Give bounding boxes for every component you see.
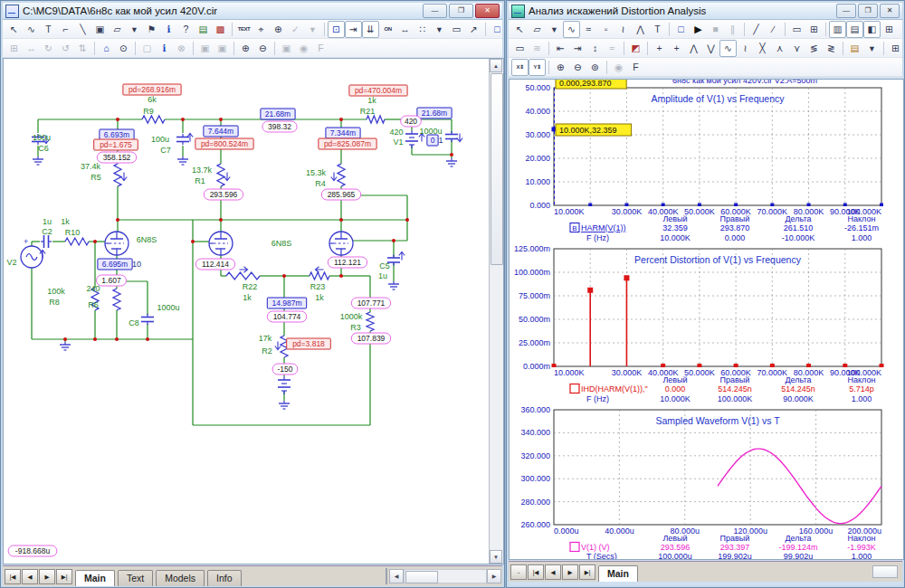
- tab-nav-button[interactable]: ◀: [22, 569, 38, 584]
- info-mode-icon[interactable]: ℹ: [160, 21, 177, 38]
- wave-select-icon[interactable]: ≈: [580, 21, 597, 38]
- node-numbers-toggle-icon[interactable]: ⌖: [252, 21, 270, 38]
- ortho-wire-icon[interactable]: ⌐: [57, 21, 74, 38]
- grid-dropdown-icon[interactable]: ▾: [431, 21, 448, 38]
- scroll-down-button[interactable]: ▼: [490, 550, 502, 564]
- splitter[interactable]: [386, 568, 387, 584]
- power-display-icon[interactable]: ⇊: [362, 21, 379, 38]
- zoom-window-icon[interactable]: ⊚: [586, 59, 604, 76]
- maximize-button[interactable]: ❐: [449, 4, 473, 18]
- scroll-right-button[interactable]: ▶: [487, 569, 501, 583]
- dashed-line-tool-icon[interactable]: ∕: [765, 21, 782, 38]
- vertical-scrollbar[interactable]: ▲ ▼: [489, 59, 503, 564]
- panel-icon[interactable]: ▭: [511, 40, 529, 57]
- tab-nav-button[interactable]: -: [510, 564, 527, 580]
- tab-main[interactable]: Main: [75, 570, 115, 586]
- cursor-left-icon[interactable]: ⇤: [552, 40, 569, 57]
- copy-page-icon[interactable]: ▤: [195, 21, 212, 38]
- browser-icon[interactable]: ◉: [295, 40, 312, 57]
- shape-mode-icon[interactable]: ▣: [91, 21, 109, 38]
- line-tool-icon[interactable]: ╱: [748, 21, 765, 38]
- zoom-out-icon[interactable]: ⊖: [254, 40, 272, 57]
- min-icon[interactable]: ≶: [805, 40, 823, 57]
- tab-nav-button[interactable]: |◀: [528, 564, 544, 580]
- current-display-icon[interactable]: ⇥: [345, 21, 362, 38]
- analysis-titlebar[interactable]: Анализ искажений Distortion Analysis — ❐…: [509, 3, 902, 20]
- y-axis-settings-icon[interactable]: Y⇕: [529, 59, 546, 76]
- rotate-icon[interactable]: ↻: [40, 40, 57, 57]
- crosshair-right-icon[interactable]: +: [668, 40, 685, 57]
- pin-markers-toggle-icon[interactable]: ✓: [287, 21, 304, 38]
- go-to-low-icon[interactable]: ⋎: [788, 40, 805, 57]
- horizontal-scroll-thumb[interactable]: [405, 571, 438, 583]
- select-box-icon[interactable]: ▭: [788, 21, 805, 38]
- scroll-up-button[interactable]: ▲: [490, 59, 502, 72]
- horizontal-scroll-track[interactable]: [404, 569, 487, 583]
- crosshair-left-icon[interactable]: +: [651, 40, 668, 57]
- color-menu-icon[interactable]: ▤: [846, 40, 863, 57]
- horizontal-scrollbar[interactable]: ◀▶: [389, 568, 501, 583]
- cursor-mode-icon[interactable]: ∿: [563, 21, 580, 38]
- go-to-valley-icon[interactable]: ⋁: [702, 40, 719, 57]
- tab-text[interactable]: Text: [118, 570, 153, 586]
- component-icon[interactable]: ▱: [529, 21, 546, 38]
- node-voltages-toggle-icon[interactable]: ⊕: [270, 21, 287, 38]
- point-tag-icon[interactable]: ≀: [614, 21, 632, 38]
- info-circle-icon[interactable]: ℹ: [156, 40, 173, 57]
- text-mode-icon[interactable]: T: [40, 21, 57, 38]
- component-dropdown-icon[interactable]: ▾: [546, 21, 563, 38]
- component-dropdown-icon[interactable]: ▾: [126, 21, 143, 38]
- text-display-toggle-icon[interactable]: TEXT: [235, 21, 252, 38]
- horizontal-scroll-thumb[interactable]: [872, 565, 898, 578]
- tab-info[interactable]: Info: [207, 570, 242, 586]
- maximize-button[interactable]: ❐: [858, 4, 878, 18]
- flip-icon[interactable]: ⇅: [74, 40, 91, 57]
- help-mode-icon[interactable]: ?: [177, 21, 195, 38]
- step-icon[interactable]: ↔: [23, 40, 40, 57]
- analysis-plot-area[interactable]: 50.00040.00030.00020.00010.0000.00010.00…: [509, 79, 904, 560]
- tab-nav-button[interactable]: ▶: [39, 569, 55, 584]
- border-toggle-icon[interactable]: ▭: [448, 21, 465, 38]
- max-icon[interactable]: ≷: [823, 40, 840, 57]
- minimize-button[interactable]: —: [423, 4, 447, 18]
- zoom-in-icon[interactable]: ⊕: [552, 59, 569, 76]
- select-mode-icon[interactable]: ↖: [511, 21, 529, 38]
- box-tool-icon[interactable]: ▣: [278, 40, 295, 57]
- zoom-in-icon[interactable]: ⊕: [237, 40, 254, 57]
- numeric-output-icon[interactable]: ⊞: [887, 40, 904, 57]
- tab-nav-button[interactable]: ▶|: [56, 569, 72, 584]
- wave-cursor-icon[interactable]: ∿: [719, 40, 737, 57]
- tab-nav-button[interactable]: |◀: [5, 569, 21, 584]
- rotate-ccw-icon[interactable]: ↺: [57, 40, 74, 57]
- pause-button[interactable]: ∥: [724, 21, 741, 38]
- color-swatch-icon[interactable]: ▩: [212, 21, 229, 38]
- smooth-icon[interactable]: ≋: [529, 40, 546, 57]
- tab-nav-button[interactable]: ◀: [545, 564, 561, 580]
- font-icon[interactable]: F: [627, 59, 644, 76]
- bring-front-icon[interactable]: ▣: [196, 40, 214, 57]
- find-part-icon[interactable]: ⌂: [98, 40, 115, 57]
- scale-mode-icon[interactable]: ▫: [597, 21, 614, 38]
- zoom-out-icon[interactable]: ⊖: [569, 59, 586, 76]
- pan-icon[interactable]: ⊞: [5, 40, 23, 57]
- condition-display-icon[interactable]: ON: [379, 21, 396, 38]
- font-icon[interactable]: F: [312, 40, 329, 57]
- properties-icon[interactable]: □: [489, 21, 506, 38]
- window-icon[interactable]: ▢: [138, 40, 156, 57]
- panel-left-icon[interactable]: ◧: [863, 21, 881, 38]
- panel-grid-icon[interactable]: ⊞: [881, 21, 898, 38]
- browser-icon[interactable]: ◉: [610, 59, 627, 76]
- text-mode-icon[interactable]: T: [649, 21, 666, 38]
- tab-models[interactable]: Models: [156, 570, 205, 586]
- flag-mode-icon[interactable]: ⚑: [143, 21, 160, 38]
- properties-icon[interactable]: □: [672, 21, 690, 38]
- run-button[interactable]: ▶: [690, 21, 707, 38]
- search-icon[interactable]: ⊙: [115, 40, 132, 57]
- peak-tag-icon[interactable]: ⋀: [632, 21, 649, 38]
- component-mode-icon[interactable]: ▱: [109, 21, 126, 38]
- cursor-tool-icon[interactable]: ↗: [465, 21, 482, 38]
- schematic-titlebar[interactable]: C:\MC9\DATA\6н8с как мой усил 420V.cir —…: [3, 3, 502, 20]
- wire-mode-icon[interactable]: ∿: [23, 21, 40, 38]
- go-to-high-icon[interactable]: ⋏: [771, 40, 788, 57]
- panel-horizontal-icon[interactable]: ▤: [846, 21, 863, 38]
